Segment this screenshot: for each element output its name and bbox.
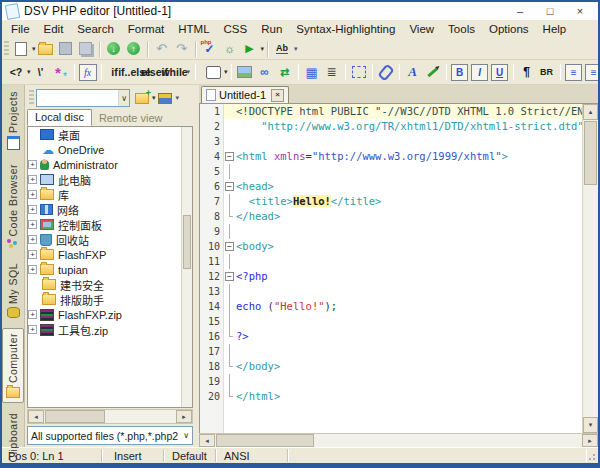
sidebar-tab-code-browser[interactable]: Code Browser: [3, 160, 23, 254]
tree-item-libraries[interactable]: +库: [28, 187, 192, 202]
toolbar-overflow-button[interactable]: ▾: [294, 45, 298, 53]
insert-frame-button[interactable]: [350, 63, 368, 81]
sidebar-tab-projects[interactable]: Projects: [3, 87, 23, 154]
code-editor[interactable]: 1<!DOCTYPE html PUBLIC "-//W3C//DTD XHTM…: [199, 104, 598, 433]
tree-item-paiban[interactable]: 排版助手: [28, 292, 192, 307]
tree-item-flashfxp[interactable]: +FlashFXP: [28, 247, 192, 262]
php-tag-button[interactable]: <?: [7, 63, 25, 81]
tree-vertical-scrollbar[interactable]: [181, 127, 192, 407]
tree-item-network[interactable]: +网络: [28, 202, 192, 217]
resize-grip[interactable]: [586, 451, 596, 461]
php-tag-dropdown[interactable]: ▾: [27, 68, 31, 76]
menu-options[interactable]: Options: [482, 22, 536, 36]
tree-item-tupian[interactable]: +tupian: [28, 262, 192, 277]
menu-tools[interactable]: Tools: [441, 22, 482, 36]
insert-link-button[interactable]: ∞: [256, 63, 274, 81]
new-file-dropdown[interactable]: ▾: [32, 45, 36, 53]
scroll-left-button[interactable]: ◂: [199, 434, 215, 447]
italic-button[interactable]: I: [471, 63, 489, 81]
scrollbar-thumb[interactable]: [584, 121, 597, 185]
menu-file[interactable]: File: [4, 22, 37, 36]
save-all-button[interactable]: [77, 40, 95, 58]
font-button[interactable]: A: [404, 63, 422, 81]
maximize-button[interactable]: □: [542, 5, 558, 17]
save-button[interactable]: [57, 40, 75, 58]
scroll-down-button[interactable]: ▾: [583, 417, 598, 433]
tree-item-recycle-bin[interactable]: +回收站: [28, 232, 192, 247]
scroll-right-button[interactable]: ▸: [176, 410, 192, 423]
tree-item-this-pc[interactable]: +此电脑: [28, 172, 192, 187]
menu-syntax-highlighting[interactable]: Syntax-Highlighting: [289, 22, 402, 36]
line-break-button[interactable]: BR: [538, 63, 556, 81]
menu-search[interactable]: Search: [70, 22, 120, 36]
scroll-right-button[interactable]: ▸: [582, 434, 598, 447]
replace-button[interactable]: Ab: [273, 40, 291, 58]
expand-icon[interactable]: +: [28, 160, 37, 169]
close-button[interactable]: ×: [572, 5, 588, 17]
expand-icon[interactable]: +: [28, 265, 37, 274]
menu-html[interactable]: HTML: [171, 22, 216, 36]
editor-empty-space[interactable]: [200, 404, 582, 433]
download-button[interactable]: ↓: [105, 40, 123, 58]
editor-horizontal-scrollbar[interactable]: ◂ ▸: [199, 433, 598, 447]
menu-help[interactable]: Help: [536, 22, 574, 36]
connect-button[interactable]: [156, 89, 174, 107]
insert-table-button[interactable]: ▦: [303, 63, 321, 81]
fold-marker[interactable]: −: [225, 242, 234, 251]
tree-item-administrator[interactable]: +Administrator: [28, 157, 192, 172]
menu-format[interactable]: Format: [121, 22, 171, 36]
check-settings-button[interactable]: ☼: [221, 40, 239, 58]
escape-quotes-button[interactable]: \': [32, 63, 50, 81]
path-combobox[interactable]: ∨: [36, 89, 130, 107]
tree-horizontal-scrollbar[interactable]: ◂ ▸: [27, 409, 193, 424]
bold-button[interactable]: B: [451, 63, 469, 81]
insert-div-button[interactable]: [204, 63, 222, 81]
menu-run[interactable]: Run: [254, 22, 289, 36]
expand-icon[interactable]: +: [28, 205, 37, 214]
run-button[interactable]: ▶: [241, 40, 259, 58]
menu-css[interactable]: CSS: [217, 22, 255, 36]
scroll-up-button[interactable]: ▴: [583, 104, 598, 120]
tree-item-control-panel[interactable]: +控制面板: [28, 217, 192, 232]
insert-while-button[interactable]: while: [166, 63, 184, 81]
panel-toolbar-overflow[interactable]: ▾: [176, 94, 180, 102]
php-syntax-check-button[interactable]: php✓: [201, 40, 219, 58]
toolbar-grip[interactable]: [4, 41, 9, 56]
new-file-button[interactable]: [12, 40, 30, 58]
expand-icon[interactable]: +: [28, 250, 37, 259]
scrollbar-thumb[interactable]: [183, 215, 191, 269]
undo-button[interactable]: ↶: [153, 40, 171, 58]
tab-local-disc[interactable]: Local disc: [27, 109, 92, 126]
tree-item-onedrive[interactable]: ☁OneDrive: [28, 142, 192, 157]
menu-edit[interactable]: Edit: [37, 22, 71, 36]
scrollbar-thumb[interactable]: [45, 410, 105, 423]
insert-function-button[interactable]: fx: [79, 63, 97, 81]
tree-item-flashfxp-zip[interactable]: +FlashFXP.zip: [28, 307, 192, 322]
new-folder-button[interactable]: [133, 89, 151, 107]
expand-icon[interactable]: +: [28, 235, 37, 244]
fold-marker[interactable]: −: [225, 182, 234, 191]
scroll-left-button[interactable]: ◂: [28, 410, 44, 423]
expand-icon[interactable]: +: [28, 325, 37, 334]
fold-marker[interactable]: −: [225, 272, 234, 281]
tree-item-desktop[interactable]: 桌面: [28, 127, 192, 142]
insert-image-button[interactable]: [236, 63, 254, 81]
tab-remote-view[interactable]: Remote view: [92, 111, 170, 126]
expand-icon[interactable]: +: [28, 310, 37, 319]
run-dropdown[interactable]: ▾: [261, 45, 265, 53]
redo-button[interactable]: ↷: [173, 40, 191, 58]
tree-item-toolkit-zip[interactable]: +工具包.zip: [28, 322, 192, 337]
expand-icon[interactable]: +: [28, 190, 37, 199]
menu-view[interactable]: View: [402, 22, 441, 36]
expand-icon[interactable]: +: [28, 220, 37, 229]
font-color-button[interactable]: [424, 63, 442, 81]
magic-format-button[interactable]: **: [52, 63, 70, 81]
editor-tab-untitled-1[interactable]: Untitled-1 ×: [201, 86, 289, 103]
upload-button[interactable]: ↑: [125, 40, 143, 58]
open-file-button[interactable]: [37, 40, 55, 58]
align-justify-button[interactable]: ≡: [585, 63, 600, 81]
close-tab-icon[interactable]: ×: [271, 89, 284, 102]
insert-special-chars-button[interactable]: ⇄: [276, 63, 294, 81]
fold-marker[interactable]: −: [225, 152, 234, 161]
tree-item-jianshu[interactable]: 建书安全: [28, 277, 192, 292]
